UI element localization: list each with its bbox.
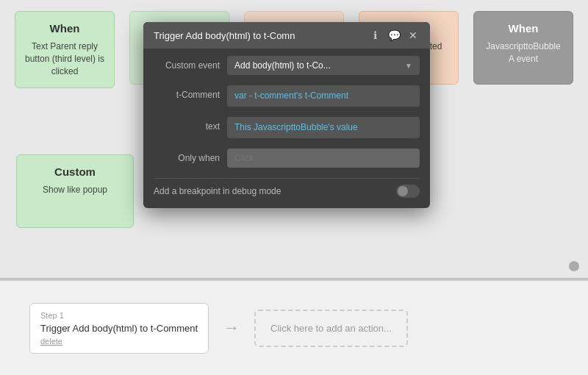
card-custom-popup[interactable]: Custom Show like popup [16, 154, 134, 228]
modal-icon-group: ℹ 💬 ✕ [368, 29, 420, 41]
only-when-input[interactable] [227, 149, 420, 168]
info-icon[interactable]: ℹ [368, 29, 381, 41]
workflow-step-1[interactable]: Step 1 Trigger Add body(html) to t-Comme… [29, 303, 209, 354]
step-1-title: Trigger Add body(html) to t-Comment [40, 323, 198, 334]
only-when-label: Only when [154, 153, 220, 163]
arrow-icon: → [223, 318, 240, 338]
card-custom-popup-title: Custom [26, 165, 124, 178]
custom-event-row: Custom event Add body(html) to t-Co... ▼ [154, 56, 420, 75]
modal-header: Trigger Add body(html) to t-Comn ℹ 💬 ✕ [143, 22, 430, 49]
card-when-1-title: When [24, 22, 105, 35]
t-comment-label: t-Comment [154, 85, 220, 100]
modal-dialog: Trigger Add body(html) to t-Comn ℹ 💬 ✕ C… [143, 22, 430, 208]
toggle-knob [398, 186, 408, 196]
only-when-row: Only when [154, 149, 420, 168]
scroll-indicator[interactable] [569, 261, 579, 271]
custom-event-value: Add body(html) to t-Co... [234, 60, 331, 71]
workflow-bar: Step 1 Trigger Add body(html) to t-Comme… [0, 279, 588, 375]
breakpoint-row: Add a breakpoint in debug mode [154, 178, 420, 201]
text-row: text This JavascripttoBubble's value [154, 117, 420, 138]
breakpoint-label: Add a breakpoint in debug mode [154, 186, 281, 196]
breakpoint-toggle[interactable] [396, 185, 420, 198]
card-when-3-body: JavascripttoBubble A event [483, 40, 564, 65]
comment-icon[interactable]: 💬 [387, 29, 401, 41]
t-comment-value[interactable]: var - t-comment's t-Comment [227, 85, 420, 107]
custom-event-label: Custom event [154, 56, 220, 71]
t-comment-row: t-Comment var - t-comment's t-Comment [154, 85, 420, 107]
custom-event-dropdown[interactable]: Add body(html) to t-Co... ▼ [227, 56, 420, 75]
card-when-1-body: Text Parent reply button (third level) i… [24, 40, 105, 77]
text-value[interactable]: This JavascripttoBubble's value [227, 117, 420, 138]
modal-body: Custom event Add body(html) to t-Co... ▼… [143, 49, 430, 208]
add-action-button[interactable]: Click here to add an action... [254, 310, 408, 347]
step-1-number: Step 1 [40, 311, 198, 320]
card-when-1[interactable]: When Text Parent reply button (third lev… [15, 11, 115, 88]
dropdown-arrow-icon: ▼ [405, 62, 412, 70]
card-when-3[interactable]: When JavascripttoBubble A event [473, 11, 573, 85]
modal-title: Trigger Add body(html) to t-Comn [154, 30, 368, 41]
card-when-3-title: When [483, 22, 564, 35]
text-label: text [154, 117, 220, 132]
card-custom-popup-body: Show like popup [26, 184, 124, 196]
close-icon[interactable]: ✕ [406, 29, 420, 41]
step-1-delete[interactable]: delete [40, 337, 198, 346]
